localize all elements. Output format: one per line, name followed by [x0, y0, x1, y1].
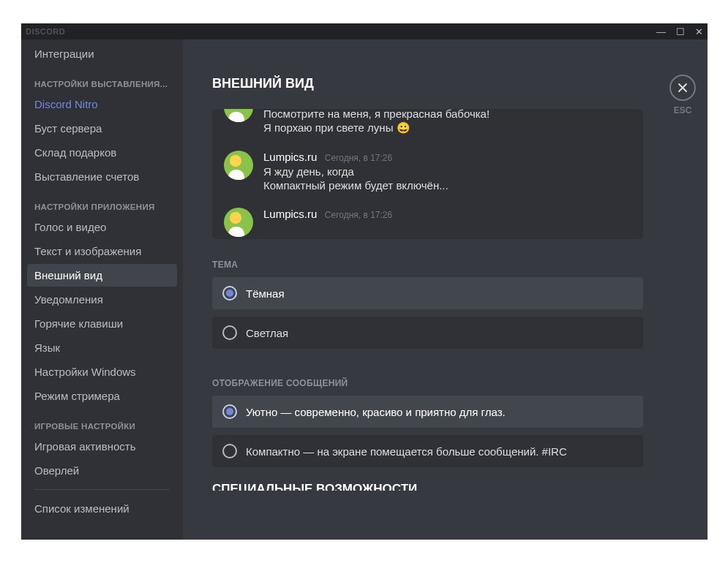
avatar	[224, 151, 253, 180]
message-username: Lumpics.ru	[263, 208, 317, 220]
close-icon	[677, 82, 688, 94]
sidebar-item-text-images[interactable]: Текст и изображения	[27, 240, 177, 262]
sidebar-header-billing: НАСТРОЙКИ ВЫСТАВЛЕНИЯ...	[27, 67, 177, 93]
settings-sidebar: Интеграции НАСТРОЙКИ ВЫСТАВЛЕНИЯ... Disc…	[21, 39, 183, 540]
content-wrap: ВНЕШНИЙ ВИД Посмотрите на меня, я прекра…	[183, 39, 708, 540]
sidebar-divider	[34, 489, 170, 490]
message-username: Lumpics.ru	[263, 151, 317, 163]
preview-message: Lumpics.ru Сегодня, в 17:26 Я жду день, …	[224, 146, 643, 196]
sidebar-item-nitro[interactable]: Discord Nitro	[27, 93, 177, 116]
radio-icon	[222, 444, 237, 458]
radio-icon	[222, 286, 237, 301]
sidebar-item-gift-inventory[interactable]: Склад подарков	[27, 141, 177, 164]
sidebar-item-voice-video[interactable]: Голос и видео	[27, 216, 177, 238]
preview-message: Lumpics.ru Сегодня, в 17:26	[224, 203, 643, 239]
page-title: ВНЕШНИЙ ВИД	[212, 76, 643, 91]
message-text: Компактный режим будет включён...	[263, 179, 449, 192]
message-body: Lumpics.ru Сегодня, в 17:26	[263, 208, 392, 237]
message-text: Посмотрите на меня, я прекрасная бабочка…	[263, 109, 489, 120]
section-label-message-display: ОТОБРАЖЕНИЕ СООБЩЕНИЙ	[212, 378, 643, 388]
message-body: Lumpics.ru Сегодня, в 17:26 Я жду день, …	[263, 151, 449, 192]
radio-label: Уютно — современно, красиво и приятно дл…	[246, 406, 506, 418]
message-text: Я порхаю при свете луны 😀	[263, 121, 489, 135]
section-label-theme: ТЕМА	[212, 260, 643, 270]
display-option-cozy[interactable]: Уютно — современно, красиво и приятно дл…	[212, 396, 643, 428]
sidebar-item-changelog[interactable]: Список изменений	[27, 497, 177, 520]
sidebar-header-game: ИГРОВЫЕ НАСТРОЙКИ	[27, 409, 177, 435]
esc-label: ESC	[674, 105, 692, 116]
sidebar-header-app: НАСТРОЙКИ ПРИЛОЖЕНИЯ	[27, 189, 177, 216]
sidebar-item-windows-settings[interactable]: Настройки Windows	[27, 360, 177, 383]
theme-option-dark[interactable]: Тёмная	[212, 277, 643, 309]
radio-label: Компактно — на экране помещается больше …	[246, 445, 567, 458]
radio-icon	[222, 325, 237, 340]
radio-label: Светлая	[246, 327, 288, 339]
settings-content: ВНЕШНИЙ ВИД Посмотрите на меня, я прекра…	[183, 39, 658, 540]
sidebar-item-overlay[interactable]: Оверлей	[27, 459, 177, 482]
sidebar-item-appearance[interactable]: Внешний вид	[27, 264, 177, 287]
message-timestamp: Сегодня, в 17:26	[325, 210, 392, 220]
sidebar-item-keybinds[interactable]: Горячие клавиши	[27, 312, 177, 335]
display-option-compact[interactable]: Компактно — на экране помещается больше …	[212, 435, 643, 467]
avatar	[224, 208, 253, 237]
avatar	[224, 109, 253, 122]
sidebar-item-language[interactable]: Язык	[27, 336, 177, 359]
close-settings-button[interactable]	[669, 75, 696, 101]
maximize-button[interactable]: ☐	[676, 27, 685, 37]
minimize-button[interactable]: —	[656, 27, 666, 37]
message-body: Посмотрите на меня, я прекрасная бабочка…	[263, 109, 489, 135]
section-title-accessibility: СПЕЦИАЛЬНЫЕ ВОЗМОЖНОСТИ	[212, 482, 643, 491]
message-timestamp: Сегодня, в 17:26	[325, 153, 392, 163]
message-text: Я жду день, когда	[263, 165, 449, 178]
sidebar-item-game-activity[interactable]: Игровая активность	[27, 435, 177, 458]
radio-label: Тёмная	[246, 287, 285, 300]
appearance-preview: Посмотрите на меня, я прекрасная бабочка…	[212, 109, 643, 239]
sidebar-item-streamer-mode[interactable]: Режим стримера	[27, 385, 177, 407]
radio-icon	[222, 404, 237, 419]
close-column: ESC	[658, 39, 708, 540]
window-controls: — ☐ ✕	[656, 27, 703, 37]
sidebar-item-notifications[interactable]: Уведомления	[27, 288, 177, 311]
sidebar-item-integrations[interactable]: Интеграции	[27, 42, 177, 65]
close-window-button[interactable]: ✕	[695, 27, 703, 37]
app-body: Интеграции НАСТРОЙКИ ВЫСТАВЛЕНИЯ... Disc…	[21, 39, 708, 540]
sidebar-item-billing[interactable]: Выставление счетов	[27, 165, 177, 188]
sidebar-item-server-boost[interactable]: Буст сервера	[27, 117, 177, 140]
titlebar: DISCORD — ☐ ✕	[21, 23, 708, 39]
message-header: Lumpics.ru Сегодня, в 17:26	[263, 208, 392, 221]
app-window: DISCORD — ☐ ✕ Интеграции НАСТРОЙКИ ВЫСТА…	[21, 23, 708, 540]
theme-option-light[interactable]: Светлая	[212, 317, 643, 349]
message-header: Lumpics.ru Сегодня, в 17:26	[263, 151, 449, 164]
preview-message: Посмотрите на меня, я прекрасная бабочка…	[224, 109, 643, 139]
titlebar-brand: DISCORD	[26, 27, 65, 36]
